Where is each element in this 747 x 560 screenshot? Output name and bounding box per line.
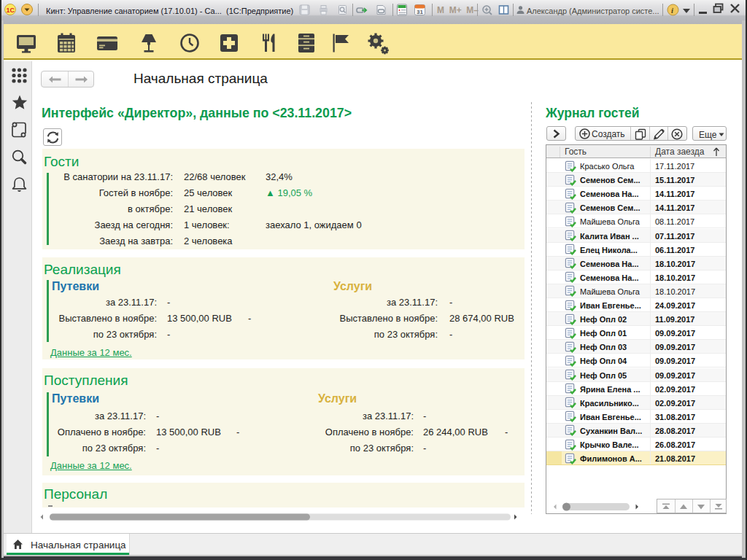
svg-text:1С: 1С xyxy=(7,7,15,14)
svg-text:31: 31 xyxy=(417,9,423,15)
